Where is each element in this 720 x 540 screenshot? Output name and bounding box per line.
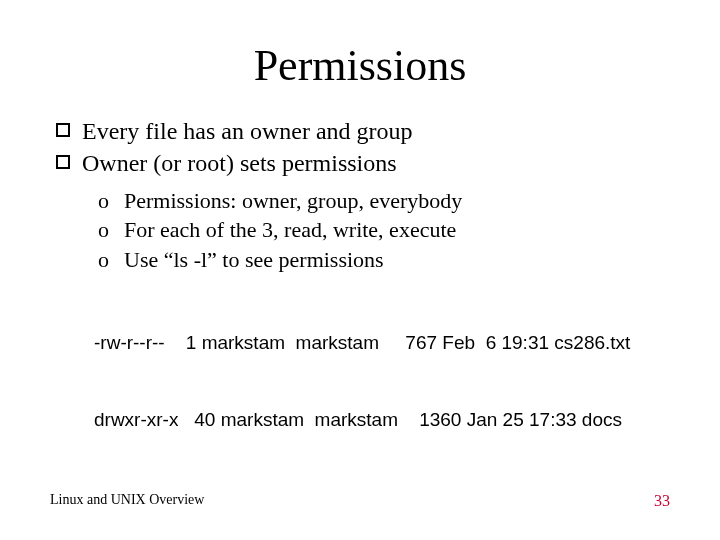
circle-bullet-icon: o <box>98 215 116 245</box>
bullet-text: For each of the 3, read, write, execute <box>124 215 456 245</box>
bullet-text: Use “ls -l” to see permissions <box>124 245 384 275</box>
listing-line: drwxr-xr-x 40 markstam markstam 1360 Jan… <box>94 407 670 433</box>
bullet-item: o For each of the 3, read, write, execut… <box>98 215 670 245</box>
listing-line: -rw-r--r-- 1 markstam markstam 767 Feb 6… <box>94 330 670 356</box>
bullet-list-level1: Every file has an owner and group Owner … <box>50 115 670 180</box>
circle-bullet-icon: o <box>98 186 116 216</box>
bullet-item: Every file has an owner and group <box>56 115 670 147</box>
slide: Permissions Every file has an owner and … <box>0 0 720 540</box>
bullet-item: o Permissions: owner, group, everybody <box>98 186 670 216</box>
bullet-text: Permissions: owner, group, everybody <box>124 186 462 216</box>
ls-output-block: -rw-r--r-- 1 markstam markstam 767 Feb 6… <box>50 279 670 484</box>
bullet-item: Owner (or root) sets permissions <box>56 147 670 179</box>
bullet-text: Owner (or root) sets permissions <box>82 147 397 179</box>
bullet-text: Every file has an owner and group <box>82 115 413 147</box>
square-bullet-icon <box>56 155 70 169</box>
footer-text: Linux and UNIX Overview <box>50 492 204 510</box>
bullet-item: o Use “ls -l” to see permissions <box>98 245 670 275</box>
bullet-list-level2: o Permissions: owner, group, everybody o… <box>50 186 670 275</box>
circle-bullet-icon: o <box>98 245 116 275</box>
page-number: 33 <box>654 492 670 510</box>
square-bullet-icon <box>56 123 70 137</box>
slide-footer: Linux and UNIX Overview 33 <box>50 492 670 510</box>
slide-title: Permissions <box>50 40 670 91</box>
